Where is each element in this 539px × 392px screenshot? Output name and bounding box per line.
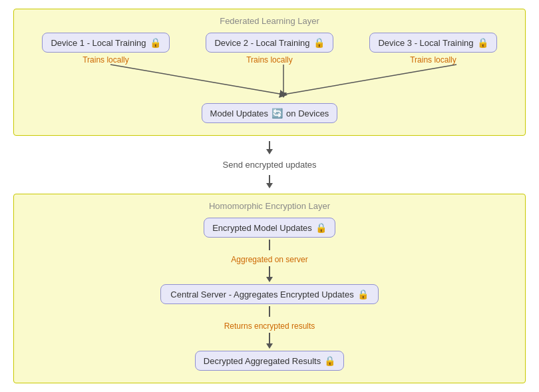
enc-layer: Homomorphic Encryption Layer Encrypted M… — [13, 194, 526, 383]
device2-col: Device 2 - Local Training 🔒 Trains local… — [188, 33, 351, 65]
device3-label: Device 3 - Local Training — [378, 38, 473, 48]
aggregated-label: Aggregated on server — [231, 255, 307, 264]
agg-arrow2 — [266, 266, 273, 282]
encrypted-model-lock-icon: 🔒 — [315, 222, 327, 233]
between-arrow2 — [266, 175, 273, 188]
enc-inner: Encrypted Model Updates 🔒 Aggregated on … — [24, 218, 515, 371]
device1-col: Device 1 - Local Training 🔒 Trains local… — [24, 33, 188, 65]
enc-layer-label: Homomorphic Encryption Layer — [209, 201, 330, 211]
device1-label: Device 1 - Local Training — [51, 38, 146, 48]
encrypted-model-node: Encrypted Model Updates 🔒 — [204, 218, 335, 238]
send-encrypted-label: Send encrypted updates — [223, 160, 317, 170]
device2-label: Device 2 - Local Training — [214, 38, 309, 48]
device1-node: Device 1 - Local Training 🔒 — [42, 33, 169, 53]
device2-node: Device 2 - Local Training 🔒 — [206, 33, 333, 53]
returns-arrow2 — [266, 333, 273, 349]
model-updates-row: Model Updates 🔄 on Devices — [202, 103, 338, 123]
central-server-node: Central Server - Aggregates Encrypted Up… — [160, 284, 378, 304]
device1-trains-label: Trains locally — [83, 55, 129, 65]
central-server-lock-icon: 🔒 — [357, 289, 369, 299]
device2-lock-icon: 🔒 — [313, 37, 325, 48]
agg-arrow — [269, 240, 270, 250]
sync-icon: 🔄 — [271, 108, 283, 118]
encrypted-model-label: Encrypted Model Updates — [212, 223, 312, 233]
converging-arrows-svg — [24, 65, 515, 98]
returns-arrow — [269, 306, 270, 317]
returns-label: Returns encrypted results — [224, 321, 315, 331]
model-updates-label: Model Updates — [210, 108, 268, 118]
diagram-container: Federated Learning Layer Device 1 - Loca… — [7, 2, 532, 390]
device3-trains-label: Trains locally — [410, 55, 456, 65]
svg-marker-3 — [280, 93, 287, 98]
decrypted-node: Decrypted Aggregated Results 🔒 — [195, 351, 344, 371]
between-arrow — [266, 141, 273, 154]
between-layers: Send encrypted updates — [223, 139, 317, 190]
device3-lock-icon: 🔒 — [477, 37, 488, 48]
fl-layer-label: Federated Learning Layer — [220, 16, 319, 26]
device3-node: Device 3 - Local Training 🔒 — [369, 33, 496, 53]
model-updates-node: Model Updates 🔄 on Devices — [202, 103, 338, 123]
device2-trains-label: Trains locally — [246, 55, 293, 65]
device3-col: Device 3 - Local Training 🔒 Trains local… — [351, 33, 515, 65]
device1-lock-icon: 🔒 — [150, 37, 161, 48]
model-updates-suffix: on Devices — [286, 108, 329, 118]
svg-line-2 — [283, 65, 456, 95]
decrypted-label: Decrypted Aggregated Results — [204, 356, 321, 366]
central-server-label: Central Server - Aggregates Encrypted Up… — [170, 290, 353, 299]
svg-line-0 — [110, 65, 283, 95]
devices-row: Device 1 - Local Training 🔒 Trains local… — [24, 33, 515, 65]
fl-layer: Federated Learning Layer Device 1 - Loca… — [13, 9, 526, 136]
decrypted-lock-icon: 🔒 — [324, 355, 335, 366]
